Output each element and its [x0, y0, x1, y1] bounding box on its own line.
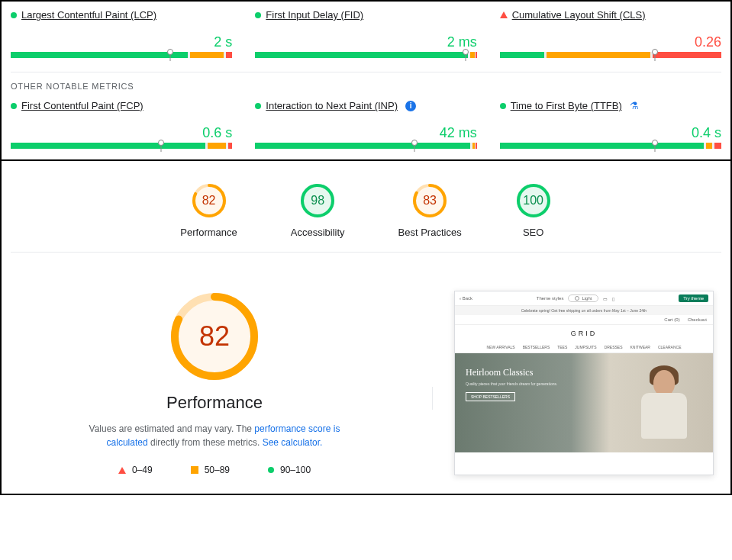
score-value: 83 — [411, 182, 448, 219]
gauge-icon: 98 — [299, 182, 336, 219]
metric-title-link[interactable]: Cumulative Layout Shift (CLS) — [512, 9, 646, 21]
score-label: Accessibility — [291, 227, 345, 238]
try-theme-button[interactable]: Try theme — [679, 294, 708, 302]
mobile-icon[interactable]: ▯ — [612, 296, 614, 301]
performance-description: Values are estimated and may vary. The p… — [69, 422, 360, 449]
metric-value: 2 ms — [255, 34, 476, 50]
nav-item[interactable]: TEES — [557, 345, 567, 349]
site-logo: GRID — [455, 325, 713, 342]
metric-value: 0.26 — [500, 34, 721, 50]
metric-title-link[interactable]: Interaction to Next Paint (INP) — [266, 100, 398, 111]
score-seo[interactable]: 100 SEO — [515, 182, 552, 238]
triangle-red-icon — [118, 467, 126, 474]
nav-item[interactable]: CLEARANCE — [658, 345, 682, 349]
nav-item[interactable]: DRESSES — [605, 345, 623, 349]
score-label: Best Practices — [398, 227, 462, 238]
metric-title-link[interactable]: First Input Delay (FID) — [266, 9, 363, 21]
metric-value: 0.6 s — [11, 125, 232, 141]
info-icon[interactable]: i — [405, 101, 416, 111]
metric-card: First Contentful Paint (FCP) 0.6 s — [11, 100, 232, 149]
score-performance[interactable]: 82 Performance — [180, 182, 237, 238]
marker-icon — [652, 140, 658, 146]
divider — [11, 72, 721, 72]
desktop-icon[interactable]: ▭ — [603, 296, 608, 301]
metric-distribution-bar — [500, 143, 721, 149]
promo-banner: Celebrate spring! Get free shipping on a… — [455, 306, 713, 315]
metric-distribution-bar — [255, 143, 476, 149]
theme-select[interactable]: Light — [568, 294, 598, 302]
marker-icon — [158, 140, 164, 146]
other-metrics-heading: OTHER NOTABLE METRICS — [11, 82, 721, 91]
nav-item[interactable]: KNITWEAR — [630, 345, 650, 349]
core-vitals-panel: Largest Contentful Paint (LCP) 2 s First… — [0, 0, 732, 161]
triangle-red-icon — [500, 11, 508, 18]
dot-green-icon — [255, 103, 261, 109]
metric-value: 2 s — [11, 34, 232, 50]
dot-green-icon — [268, 467, 274, 473]
metric-card: Largest Contentful Paint (LCP) 2 s — [11, 9, 232, 58]
gauge-icon: 100 — [515, 182, 552, 219]
performance-section: 82 Performance Values are estimated and … — [18, 291, 411, 475]
metric-distribution-bar — [500, 52, 721, 58]
score-value: 82 — [191, 182, 227, 219]
marker-icon — [167, 49, 173, 55]
square-orange-icon — [191, 466, 198, 474]
marker-icon — [463, 49, 469, 55]
legend-poor: 0–49 — [118, 465, 153, 475]
score-label: Performance — [180, 227, 237, 238]
score-label: SEO — [515, 227, 552, 238]
metric-distribution-bar — [255, 52, 476, 58]
back-link[interactable]: ‹ Back — [460, 296, 472, 301]
gauge-icon: 83 — [411, 182, 448, 219]
legend-good: 90–100 — [268, 465, 311, 475]
vertical-divider — [432, 387, 433, 410]
dot-green-icon — [11, 103, 17, 109]
gauge-icon: 82 — [191, 182, 227, 219]
metric-title-link[interactable]: Time to First Byte (TTFB) — [511, 100, 622, 111]
flask-icon[interactable]: ⚗ — [630, 100, 639, 111]
metric-distribution-bar — [11, 52, 232, 58]
hero-cta-button[interactable]: SHOP BESTSELLERS — [466, 392, 515, 401]
metric-title-link[interactable]: First Contentful Paint (FCP) — [21, 100, 143, 111]
score-accessibility[interactable]: 98 Accessibility — [291, 182, 345, 238]
hero-image: Heirloom Classics Quality pieces that yo… — [455, 353, 713, 452]
metric-title-link[interactable]: Largest Contentful Paint (LCP) — [21, 9, 156, 21]
metric-card: First Input Delay (FID) 2 ms — [255, 9, 476, 58]
performance-score-value: 82 — [169, 291, 260, 382]
metric-card: Interaction to Next Paint (INP)i 42 ms — [255, 100, 476, 149]
dot-green-icon — [11, 12, 17, 18]
score-legend: 0–49 50–89 90–100 — [18, 465, 411, 475]
performance-title: Performance — [18, 393, 411, 413]
metric-value: 42 ms — [255, 125, 476, 141]
legend-avg: 50–89 — [191, 465, 230, 475]
score-best-practices[interactable]: 83 Best Practices — [398, 182, 462, 238]
nav-item[interactable]: BESTSELLERS — [523, 345, 550, 349]
dot-green-icon — [255, 12, 261, 18]
score-value: 100 — [515, 182, 552, 219]
nav-item[interactable]: NEW ARRIVALS — [487, 345, 515, 349]
divider — [11, 252, 721, 253]
marker-icon — [411, 140, 418, 146]
nav-item[interactable]: JUMPSUITS — [575, 345, 596, 349]
performance-gauge: 82 — [169, 291, 260, 382]
metric-card: Cumulative Layout Shift (CLS) 0.26 — [500, 9, 721, 58]
metric-card: Time to First Byte (TTFB)⚗ 0.4 s — [500, 100, 721, 149]
dot-green-icon — [500, 103, 506, 109]
metric-value: 0.4 s — [500, 125, 721, 141]
lighthouse-panel: 82 Performance 98 Accessibility 83 Best … — [0, 161, 732, 495]
marker-icon — [652, 49, 658, 55]
score-value: 98 — [299, 182, 336, 219]
page-screenshot-thumbnail: ‹ Back Theme styles Light ▭ ▯ Try theme … — [454, 291, 714, 475]
calculator-link[interactable]: See calculator. — [263, 437, 323, 448]
metric-distribution-bar — [11, 143, 232, 149]
